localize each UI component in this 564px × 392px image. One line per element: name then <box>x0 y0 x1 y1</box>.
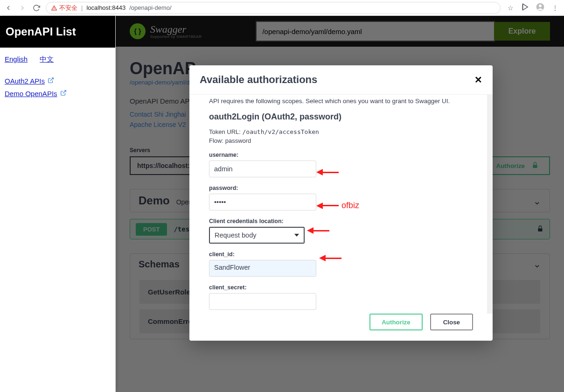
sidebar-api-oauth2[interactable]: OAuth2 APIs <box>5 77 45 85</box>
svg-line-5 <box>63 91 65 93</box>
password-label: password: <box>209 185 467 191</box>
authorize-button[interactable]: Authorize <box>369 314 422 330</box>
client-id-label: client_id: <box>209 251 467 258</box>
sidebar-title: OpenAPI List <box>0 16 115 48</box>
svg-line-4 <box>50 78 53 81</box>
client-id-field[interactable]: SandFlower <box>209 260 316 277</box>
credentials-location-label: Client credentials location: <box>209 218 467 224</box>
profile-icon[interactable] <box>535 2 545 13</box>
sidebar-api-demo[interactable]: Demo OpenAPIs <box>5 90 57 98</box>
modal-title: Available authorizations <box>200 74 317 86</box>
token-url-line: Token URL: /oauth/v2/accessToken <box>209 128 467 135</box>
credentials-location-select[interactable]: Request body <box>209 227 305 244</box>
username-input[interactable] <box>209 161 316 177</box>
menu-icon[interactable]: ⋮ <box>550 4 560 12</box>
star-icon[interactable]: ☆ <box>505 4 515 12</box>
client-secret-input[interactable] <box>209 293 316 310</box>
modal-close-button[interactable]: ✕ <box>474 74 482 85</box>
url-path: /openapi-demo/ <box>129 4 171 11</box>
nav-forward-button[interactable] <box>18 3 27 13</box>
insecure-label: 不安全 <box>59 4 77 12</box>
close-button[interactable]: Close <box>430 314 473 330</box>
nav-back-button[interactable] <box>4 3 13 13</box>
reader-icon[interactable] <box>520 3 530 13</box>
sidebar: OpenAPI List English 中文 OAuth2 APIs Demo… <box>0 16 116 392</box>
lang-english-link[interactable]: English <box>5 55 28 64</box>
auth-scheme-heading: oauth2Login (OAuth2, password) <box>209 112 467 122</box>
authorizations-modal: Available authorizations ✕ API requires … <box>189 65 493 341</box>
insecure-badge: 不安全 <box>51 4 77 12</box>
username-label: username: <box>209 152 467 158</box>
url-host: localhost:8443 <box>86 4 125 11</box>
svg-point-3 <box>539 5 542 7</box>
external-link-icon <box>48 77 54 85</box>
address-bar[interactable]: 不安全 | localhost:8443/openapi-demo/ <box>46 2 501 14</box>
scopes-description: API requires the following scopes. Selec… <box>209 98 467 105</box>
svg-marker-0 <box>523 4 528 10</box>
client-secret-label: client_secret: <box>209 284 467 291</box>
nav-reload-button[interactable] <box>32 3 41 13</box>
password-input[interactable] <box>209 194 316 210</box>
flow-line: Flow: password <box>209 137 467 144</box>
browser-toolbar: 不安全 | localhost:8443/openapi-demo/ ☆ ⋮ <box>0 0 564 16</box>
external-link-icon <box>60 90 67 98</box>
lang-chinese-link[interactable]: 中文 <box>40 55 54 64</box>
